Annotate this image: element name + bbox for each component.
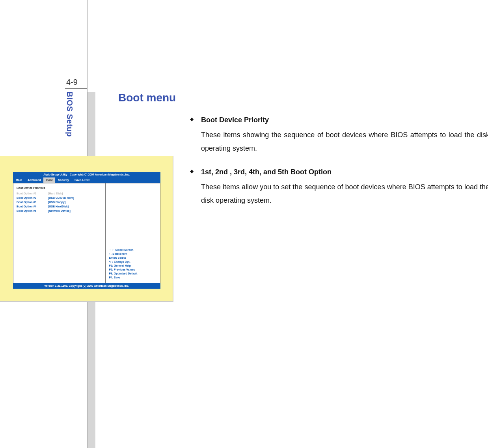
bios-row-2: Boot Option #2[USB CD/DVD Rom] xyxy=(17,196,102,200)
bios-help-line: F9: Optimized Default xyxy=(109,272,137,276)
page-num-rule xyxy=(65,88,87,89)
page-number: 4-9 xyxy=(66,78,78,86)
bios-row-4: Boot Option #4[USB HardDisk] xyxy=(17,204,102,209)
section-side-label: BIOS Setup xyxy=(66,91,74,137)
bios-row-3-k: Boot Option #3 xyxy=(17,200,48,204)
bios-right-pane: →←:Select Screen ↑↓:Select Item Enter: S… xyxy=(106,183,160,283)
bullet-1-head: Boot Device Priority xyxy=(201,113,269,127)
page-title: Boot menu xyxy=(118,92,176,103)
bios-left-pane: Boot Device Priorities Boot Option #1[Ha… xyxy=(13,183,106,283)
bios-row-4-k: Boot Option #4 xyxy=(17,204,48,209)
bios-tab-security: Security xyxy=(55,177,72,183)
bullet-1: ◆ Boot Device Priority xyxy=(190,113,488,127)
bios-help-line: F1: General Help xyxy=(109,264,137,268)
bios-row-1-k: Boot Option #1 xyxy=(17,191,48,196)
bios-body: Boot Device Priorities Boot Option #1[Ha… xyxy=(13,183,160,283)
bios-help-line: +/-: Change Opt. xyxy=(109,260,137,264)
diamond-icon: ◆ xyxy=(190,113,201,127)
bios-row-5-v: [Network Device] xyxy=(48,209,71,213)
bios-row-4-v: [USB HardDisk] xyxy=(48,204,69,209)
bios-row-3-v: [USB Floopy] xyxy=(48,200,65,204)
bios-tab-advanced: Advanced xyxy=(25,177,43,183)
bullet-1-body: These items showing the sequence of boot… xyxy=(201,128,488,155)
bios-row-2-k: Boot Option #2 xyxy=(17,196,48,200)
content-block: ◆ Boot Device Priority These items showi… xyxy=(190,113,488,217)
diamond-icon: ◆ xyxy=(190,165,201,179)
bios-help-line: ↑↓:Select Item xyxy=(109,252,137,256)
bullet-2: ◆ 1st, 2nd , 3rd, 4th, and 5th Boot Opti… xyxy=(190,165,488,179)
bios-help: →←:Select Screen ↑↓:Select Item Enter: S… xyxy=(109,248,137,280)
bios-frame: Atpio Setup Utility - Copyright (C) 2007… xyxy=(13,172,160,289)
bios-row-1-v: [Hard Disk] xyxy=(48,191,63,196)
bios-help-line: →←:Select Screen xyxy=(109,248,137,252)
bios-title-bar: Atpio Setup Utility - Copyright (C) 2007… xyxy=(13,172,160,177)
bullet-2-head: 1st, 2nd , 3rd, 4th, and 5th Boot Option xyxy=(201,165,332,179)
bios-row-5: Boot Option #5[Network Device] xyxy=(17,209,102,213)
bios-help-line: Enter: Select xyxy=(109,256,137,260)
bios-tab-saveexit: Save & Exit xyxy=(72,177,92,183)
bios-section-header: Boot Device Priorities xyxy=(17,186,102,190)
bios-bottom-bar: Version 1.23.1109. Copyright (C) 2007 Am… xyxy=(13,283,160,289)
bios-screenshot: Atpio Setup Utility - Copyright (C) 2007… xyxy=(0,156,173,302)
bios-row-1: Boot Option #1[Hard Disk] xyxy=(17,191,102,196)
bios-help-line: F2: Previous Values xyxy=(109,268,137,272)
bios-help-line: F4: Save xyxy=(109,276,137,280)
bios-row-2-v: [USB CD/DVD Rom] xyxy=(48,196,74,200)
bios-tab-main: Main xyxy=(13,177,25,183)
bios-row-3: Boot Option #3[USB Floopy] xyxy=(17,200,102,204)
bios-tab-boot: Boot xyxy=(43,177,55,183)
bios-tabs: Main Advanced Boot Security Save & Exit xyxy=(13,177,160,183)
bios-row-5-k: Boot Option #5 xyxy=(17,209,48,213)
bullet-2-body: These items allow you to set the sequenc… xyxy=(201,180,488,207)
